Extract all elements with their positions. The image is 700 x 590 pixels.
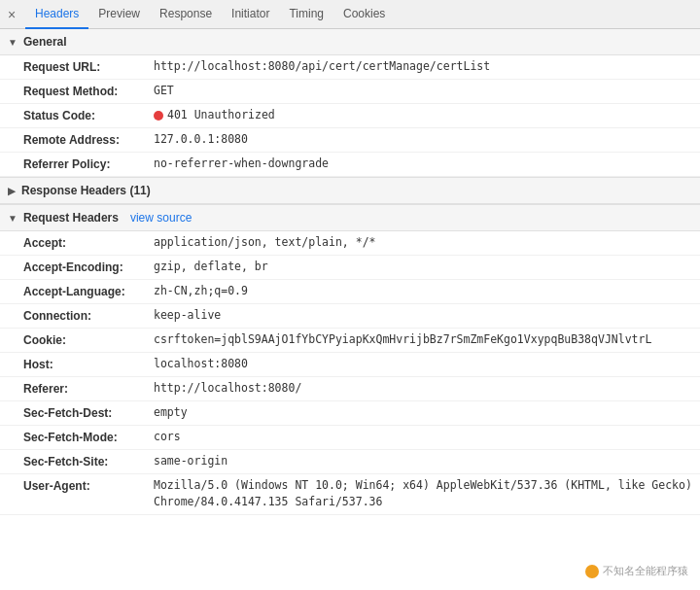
field-label: Accept-Language: — [23, 283, 150, 300]
request-headers-label: Request Headers — [23, 211, 119, 225]
content-area: ▼ General Request URL:http://localhost:8… — [0, 29, 700, 590]
field-row: Accept-Encoding:gzip, deflate, br — [0, 256, 700, 280]
field-value: empty — [154, 404, 188, 422]
field-value: http://localhost:8080/api/cert/certManag… — [154, 58, 490, 76]
field-row: Sec-Fetch-Mode:cors — [0, 426, 700, 450]
general-section-label: General — [23, 35, 67, 49]
field-row: Accept-Language:zh-CN,zh;q=0.9 — [0, 280, 700, 304]
close-tab-button[interactable]: × — [4, 7, 19, 22]
tab-initiator[interactable]: Initiator — [222, 0, 279, 29]
tab-timing[interactable]: Timing — [279, 0, 333, 29]
request-headers-section-header[interactable]: ▼ Request Headers view source — [0, 204, 700, 231]
field-value: no-referrer-when-downgrade — [154, 156, 329, 173]
field-label: Connection: — [23, 307, 150, 325]
field-row: Referrer Policy:no-referrer-when-downgra… — [0, 153, 700, 177]
general-arrow-icon: ▼ — [8, 37, 18, 48]
tab-headers[interactable]: Headers — [25, 0, 88, 29]
field-row: Cookie:csrftoken=jqblS9AAjO1fYbCYPyiapKx… — [0, 329, 700, 353]
request-headers-arrow-icon: ▼ — [8, 213, 18, 224]
tab-bar: × HeadersPreviewResponseInitiatorTimingC… — [0, 0, 700, 29]
field-row: Referer:http://localhost:8080/ — [0, 377, 700, 401]
field-row: Status Code:401 Unauthorized — [0, 104, 700, 128]
field-row: Sec-Fetch-Site:same-origin — [0, 450, 700, 474]
response-headers-arrow-icon: ▶ — [8, 186, 16, 196]
field-value: gzip, deflate, br — [154, 259, 268, 276]
field-row: Host:localhost:8080 — [0, 353, 700, 377]
field-row: User-Agent:Mozilla/5.0 (Windows NT 10.0;… — [0, 474, 700, 515]
field-label: Cookie: — [23, 331, 150, 349]
field-row: Connection:keep-alive — [0, 304, 700, 329]
field-value: 127.0.0.1:8080 — [154, 131, 248, 149]
field-value: 401 Unauthorized — [154, 107, 275, 124]
tab-preview[interactable]: Preview — [88, 0, 150, 29]
field-label: Sec-Fetch-Dest: — [23, 404, 150, 422]
view-source-link[interactable]: view source — [130, 211, 192, 225]
response-headers-section-header[interactable]: ▶ Response Headers (11) — [0, 177, 700, 204]
field-value: http://localhost:8080/ — [154, 380, 301, 398]
field-row: Request Method:GET — [0, 80, 700, 104]
field-label: Accept-Encoding: — [23, 259, 150, 276]
field-value: zh-CN,zh;q=0.9 — [154, 283, 248, 300]
field-value: keep-alive — [154, 307, 221, 325]
field-value: same-origin — [154, 453, 228, 470]
tab-response[interactable]: Response — [150, 0, 222, 29]
field-label: Sec-Fetch-Mode: — [23, 429, 150, 446]
response-headers-label: Response Headers (11) — [21, 184, 151, 197]
field-label: Request URL: — [23, 58, 150, 76]
field-label: Referer: — [23, 380, 150, 398]
field-label: Accept: — [23, 234, 150, 252]
field-label: User-Agent: — [23, 477, 150, 511]
field-label: Remote Address: — [23, 131, 150, 149]
field-value: cors — [154, 429, 181, 446]
request-fields: Accept:application/json, text/plain, */*… — [0, 231, 700, 515]
field-value: GET — [154, 83, 174, 100]
field-row: Sec-Fetch-Dest:empty — [0, 401, 700, 426]
field-label: Request Method: — [23, 83, 150, 100]
field-label: Referrer Policy: — [23, 156, 150, 173]
field-row: Request URL:http://localhost:8080/api/ce… — [0, 55, 700, 80]
field-value: Mozilla/5.0 (Windows NT 10.0; Win64; x64… — [154, 477, 692, 511]
field-value: localhost:8080 — [154, 356, 248, 373]
status-dot-icon — [154, 111, 163, 121]
field-row: Accept:application/json, text/plain, */* — [0, 231, 700, 256]
general-section-header[interactable]: ▼ General — [0, 29, 700, 55]
field-row: Remote Address:127.0.0.1:8080 — [0, 128, 700, 153]
general-fields: Request URL:http://localhost:8080/api/ce… — [0, 55, 700, 177]
field-label: Host: — [23, 356, 150, 373]
field-label: Status Code: — [23, 107, 150, 124]
tab-cookies[interactable]: Cookies — [333, 0, 395, 29]
field-value: csrftoken=jqblS9AAjO1fYbCYPyiapKxQmHvrij… — [154, 331, 651, 349]
field-value: application/json, text/plain, */* — [154, 234, 375, 252]
field-label: Sec-Fetch-Site: — [23, 453, 150, 470]
